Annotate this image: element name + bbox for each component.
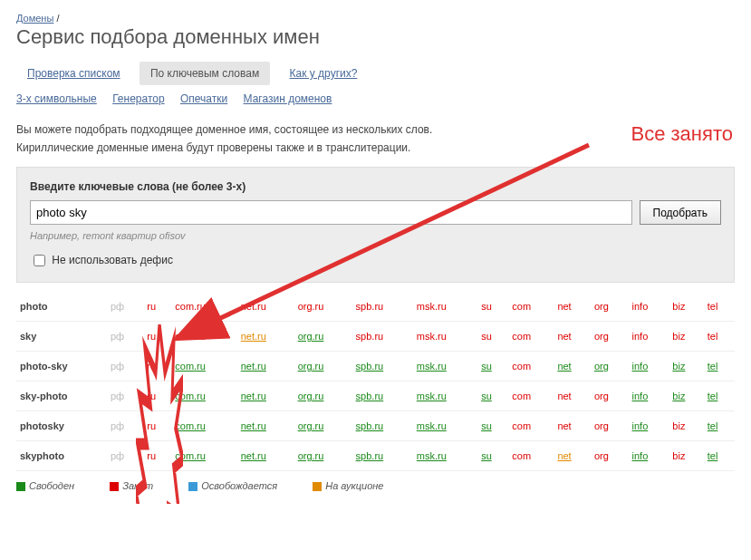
zone-cell[interactable]: msk.ru — [413, 352, 477, 381]
zone-cell: рф — [107, 381, 143, 411]
zone-cell: biz — [669, 292, 703, 322]
legend-taken: Занят — [122, 480, 153, 491]
zone-cell[interactable]: net.ru — [237, 411, 294, 441]
zone-cell[interactable]: net.ru — [237, 322, 294, 352]
legend-swatch-free — [16, 482, 25, 491]
zone-cell[interactable]: msk.ru — [413, 441, 477, 471]
zone-cell[interactable]: org.ru — [294, 322, 352, 352]
zone-cell[interactable]: net — [554, 352, 591, 381]
zone-cell[interactable]: net.ru — [237, 381, 294, 411]
subtab-typos[interactable]: Опечатки — [180, 92, 227, 105]
zone-cell: org — [591, 411, 629, 441]
zone-cell[interactable]: com.ru — [171, 352, 236, 381]
zone-cell[interactable]: su — [477, 381, 508, 411]
page-title: Сервис подбора доменных имен — [16, 25, 735, 49]
legend-free: Свободен — [29, 480, 74, 491]
no-hyphen-checkbox[interactable] — [34, 255, 45, 266]
zone-cell: com — [508, 381, 554, 411]
zone-cell[interactable]: spb.ru — [352, 381, 413, 411]
zone-cell[interactable]: biz — [669, 352, 703, 381]
zone-cell[interactable]: spb.ru — [352, 441, 413, 471]
keywords-input[interactable] — [30, 200, 632, 225]
zone-cell[interactable]: com.ru — [171, 411, 236, 441]
zone-cell[interactable]: org.ru — [294, 381, 352, 411]
zone-cell[interactable]: net — [554, 441, 591, 471]
zone-cell: org — [591, 292, 629, 322]
legend-swatch-taken — [110, 482, 119, 491]
primary-tabs: Проверка списком По ключевым словам Как … — [16, 62, 735, 85]
zone-cell[interactable]: org.ru — [294, 352, 352, 381]
zone-cell[interactable]: org.ru — [294, 411, 352, 441]
zone-cell: tel — [704, 292, 735, 322]
zone-cell: рф — [107, 352, 143, 381]
zone-cell: ru — [143, 322, 171, 352]
zone-cell[interactable]: tel — [704, 441, 735, 471]
zone-cell[interactable]: tel — [704, 411, 735, 441]
zone-cell[interactable]: biz — [669, 381, 703, 411]
zone-cell: com.ru — [171, 322, 236, 352]
zone-cell[interactable]: msk.ru — [413, 381, 477, 411]
tab-others[interactable]: Как у других? — [279, 62, 369, 85]
zone-cell: org.ru — [294, 292, 352, 322]
search-form: Введите ключевые слова (не более 3-х) По… — [16, 167, 735, 283]
zone-cell[interactable]: info — [629, 352, 669, 381]
zone-cell: com — [508, 352, 554, 381]
zone-cell: biz — [669, 441, 703, 471]
zone-cell[interactable]: net.ru — [237, 352, 294, 381]
no-hyphen-label: Не использовать дефис — [52, 254, 173, 266]
table-row: sky-photoрфrucom.runet.ruorg.ruspb.rumsk… — [16, 381, 735, 411]
zone-cell: ru — [143, 292, 171, 322]
zone-cell: net — [554, 411, 591, 441]
keyword-cell: sky — [16, 322, 107, 352]
zone-cell[interactable]: tel — [704, 381, 735, 411]
zone-cell: tel — [704, 322, 735, 352]
table-row: skyрфrucom.runet.ruorg.ruspb.rumsk.rusuc… — [16, 322, 735, 352]
keywords-label: Введите ключевые слова (не более 3-х) — [30, 180, 721, 193]
legend-releasing: Освобождается — [201, 480, 277, 491]
zone-cell: net — [554, 292, 591, 322]
zone-cell[interactable]: msk.ru — [413, 411, 477, 441]
tab-check-list[interactable]: Проверка списком — [16, 62, 131, 85]
example-hint: Например, remont квартир ofisov — [30, 230, 721, 241]
zone-cell: рф — [107, 292, 143, 322]
zone-cell[interactable]: su — [477, 411, 508, 441]
legend-auction: На аукционе — [325, 480, 383, 491]
subtab-3char[interactable]: 3-х символьные — [16, 92, 97, 105]
tab-keywords[interactable]: По ключевым словам — [140, 62, 270, 85]
table-row: skyphotoрфrucom.runet.ruorg.ruspb.rumsk.… — [16, 441, 735, 471]
zone-cell: net.ru — [237, 292, 294, 322]
breadcrumb-sep: / — [56, 13, 59, 24]
zone-cell[interactable]: spb.ru — [352, 411, 413, 441]
breadcrumb-home[interactable]: Домены — [16, 13, 53, 24]
zone-cell[interactable]: net.ru — [237, 441, 294, 471]
zone-cell[interactable]: su — [477, 352, 508, 381]
zone-cell[interactable]: com.ru — [171, 381, 236, 411]
legend: Свободен Занят Освобождается На аукционе — [16, 480, 735, 491]
zone-cell[interactable]: info — [629, 411, 669, 441]
submit-button[interactable]: Подобрать — [640, 200, 721, 225]
zone-cell: org — [591, 381, 629, 411]
zone-cell[interactable]: com.ru — [171, 441, 236, 471]
zone-cell: su — [477, 322, 508, 352]
zone-cell[interactable]: spb.ru — [352, 352, 413, 381]
zone-cell[interactable]: tel — [704, 352, 735, 381]
zone-cell: msk.ru — [413, 322, 477, 352]
zone-cell[interactable]: su — [477, 441, 508, 471]
zone-cell: com — [508, 411, 554, 441]
zone-cell[interactable]: org — [591, 352, 629, 381]
keyword-cell: sky-photo — [16, 381, 107, 411]
secondary-tabs: 3-х символьные Генератор Опечатки Магази… — [16, 92, 735, 105]
zone-cell[interactable]: info — [629, 441, 669, 471]
results-table: photoрфrucom.runet.ruorg.ruspb.rumsk.rus… — [16, 292, 735, 471]
subtab-shop[interactable]: Магазин доменов — [244, 92, 332, 105]
zone-cell: ru — [143, 441, 171, 471]
zone-cell: com — [508, 441, 554, 471]
zone-cell: com — [508, 292, 554, 322]
subtab-generator[interactable]: Генератор — [112, 92, 164, 105]
zone-cell[interactable]: info — [629, 381, 669, 411]
zone-cell[interactable]: org.ru — [294, 441, 352, 471]
zone-cell: biz — [669, 411, 703, 441]
zone-cell: org — [591, 322, 629, 352]
legend-swatch-auction — [313, 482, 322, 491]
description-line-1: Вы можете подобрать подходящее доменное … — [16, 123, 735, 136]
